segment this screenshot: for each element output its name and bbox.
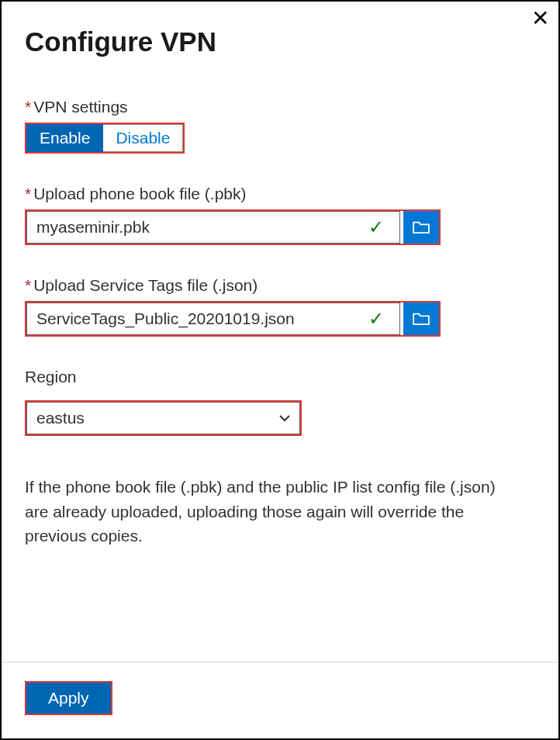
region-field: Region eastus [25,368,535,436]
panel-title: Configure VPN [25,26,535,57]
close-button[interactable]: ✕ [531,8,549,29]
folder-icon [413,312,430,326]
required-asterisk: * [25,98,31,116]
vpn-settings-field: *VPN settings Enable Disable [25,98,535,154]
phone-book-filename: myaseminir.pbk [36,218,362,237]
service-tags-input[interactable]: ServiceTags_Public_20201019.json ✓ [26,303,400,335]
region-value: eastus [36,409,85,427]
region-label: Region [25,368,535,386]
phone-book-field: *Upload phone book file (.pbk) myasemini… [25,185,535,245]
region-select-wrap: eastus [25,400,302,436]
region-select[interactable]: eastus [26,402,300,434]
checkmark-icon: ✓ [368,308,384,330]
info-text: If the phone book file (.pbk) and the pu… [25,475,535,548]
service-tags-filename: ServiceTags_Public_20201019.json [36,309,362,328]
service-tags-input-row: ServiceTags_Public_20201019.json ✓ [25,301,441,337]
vpn-toggle: Enable Disable [25,123,185,154]
phone-book-label: *Upload phone book file (.pbk) [25,185,535,203]
vpn-settings-label-text: VPN settings [33,98,127,116]
phone-book-input-row: myaseminir.pbk ✓ [25,209,441,245]
vpn-settings-label: *VPN settings [25,98,535,116]
required-asterisk: * [25,185,31,202]
chevron-down-icon [279,414,290,422]
phone-book-input[interactable]: myaseminir.pbk ✓ [26,211,400,244]
vpn-enable-option[interactable]: Enable [26,124,103,152]
checkmark-icon: ✓ [368,216,384,238]
service-tags-label: *Upload Service Tags file (.json) [25,276,535,295]
vpn-disable-option[interactable]: Disable [103,124,183,152]
service-tags-field: *Upload Service Tags file (.json) Servic… [25,276,535,337]
folder-icon [413,220,430,234]
apply-button[interactable]: Apply [26,683,111,714]
phone-book-label-text: Upload phone book file (.pbk) [33,185,246,202]
phone-book-browse-button[interactable] [403,211,439,244]
service-tags-label-text: Upload Service Tags file (.json) [33,276,258,294]
panel-footer: Apply [2,662,558,738]
service-tags-browse-button[interactable] [403,303,439,335]
required-asterisk: * [25,276,31,294]
